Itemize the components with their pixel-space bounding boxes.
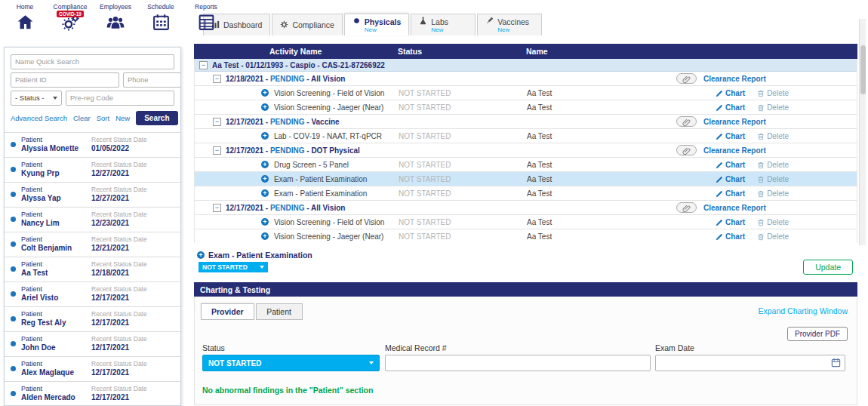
- delete-link[interactable]: Delete: [757, 232, 789, 241]
- status-filter-select[interactable]: - Status -: [11, 91, 62, 106]
- delete-link[interactable]: Delete: [757, 189, 789, 198]
- activity-row[interactable]: +Exam - Patient ExaminationNOT STARTEDAa…: [195, 186, 857, 201]
- activity-group-row[interactable]: −12/17/2021 - PENDING - DOT PhysicalClea…: [195, 143, 857, 158]
- tab-vaccines[interactable]: VaccinesNew: [477, 14, 542, 35]
- prereg-code-input[interactable]: [66, 91, 174, 106]
- nav-item-reports[interactable]: Reports: [187, 3, 225, 32]
- delete-link[interactable]: Delete: [757, 175, 789, 183]
- activity-row[interactable]: +Lab - COV-19 - NAAT, RT-qPCRNOT STARTED…: [195, 129, 857, 143]
- provider-pdf-button[interactable]: Provider PDF: [787, 327, 848, 341]
- patient-group-row[interactable]: −Aa Test - 01/12/1993 - Caspio - CAS-21-…: [195, 59, 857, 72]
- collapse-icon[interactable]: −: [199, 61, 208, 69]
- attachment-button[interactable]: [676, 202, 697, 213]
- activity-group-row[interactable]: −12/18/2021 - PENDING - All VisionCleara…: [195, 72, 857, 86]
- search-button[interactable]: Search: [136, 111, 177, 125]
- nav-item-schedule[interactable]: Schedule: [142, 3, 180, 32]
- patient-list-item[interactable]: PatientAlden MercadoRecent Status Date12…: [5, 381, 180, 406]
- activity-row[interactable]: +Vision Screening - Jaeger (Near)NOT STA…: [195, 229, 857, 243]
- tab-labs[interactable]: LabsNew: [411, 14, 476, 35]
- attachment-button[interactable]: [676, 73, 697, 84]
- tab-compliance[interactable]: Compliance: [272, 14, 342, 35]
- collapse-icon[interactable]: −: [213, 204, 221, 212]
- delete-link[interactable]: Delete: [757, 89, 789, 97]
- chart-link[interactable]: Chart: [716, 132, 745, 140]
- name-quick-search-input[interactable]: [11, 54, 174, 69]
- activity-row[interactable]: +Vision Screening - Field of VisionNOT S…: [195, 86, 857, 100]
- sort-link[interactable]: Sort: [97, 114, 109, 122]
- expand-icon[interactable]: +: [261, 218, 269, 226]
- advanced-search-link[interactable]: Advanced Search: [11, 114, 67, 122]
- patient-list-item[interactable]: PatientAlex MaglaqueRecent Status Date12…: [5, 356, 180, 381]
- charting-tab-provider[interactable]: Provider: [201, 303, 254, 320]
- expand-icon[interactable]: +: [261, 232, 269, 240]
- clearance-report-link[interactable]: Clearance Report: [703, 146, 766, 155]
- delete-link[interactable]: Delete: [757, 103, 789, 112]
- activity-row[interactable]: +Vision Screening - Field of VisionNOT S…: [195, 215, 857, 229]
- nav-item-compliance[interactable]: ComplianceCOVID-19: [51, 3, 89, 32]
- chart-link[interactable]: Chart: [716, 218, 745, 226]
- attachment-button[interactable]: [676, 116, 697, 127]
- patient-list-item[interactable]: PatientNancy LimRecent Status Date12/23/…: [5, 207, 180, 232]
- syringe-icon: [485, 17, 494, 26]
- new-link[interactable]: New: [115, 114, 130, 122]
- row-actions: ChartDelete: [716, 188, 789, 199]
- update-button[interactable]: Update: [803, 260, 853, 275]
- patient-list-item[interactable]: PatientKyung PrpRecent Status Date12/27/…: [5, 157, 180, 182]
- clearance-report-link[interactable]: Clearance Report: [703, 118, 766, 126]
- chart-link[interactable]: Chart: [716, 161, 745, 169]
- expand-icon[interactable]: +: [261, 161, 269, 168]
- collapse-icon[interactable]: −: [213, 75, 221, 83]
- collapse-icon[interactable]: −: [213, 146, 221, 155]
- clear-link[interactable]: Clear: [73, 114, 91, 122]
- patient-list-item[interactable]: PatientAriel VistoRecent Status Date12/1…: [5, 281, 180, 306]
- patient-list-item[interactable]: PatientAlyssia MonetteRecent Status Date…: [5, 132, 180, 157]
- nav-item-employees[interactable]: Employees: [97, 3, 134, 32]
- expand-charting-link[interactable]: Expand Charting Window: [759, 306, 848, 315]
- delete-link[interactable]: Delete: [757, 161, 789, 169]
- activity-row[interactable]: +Drug Screen - 5 PanelNOT STARTEDAa Test…: [195, 158, 857, 172]
- patient-list-item[interactable]: PatientColt BenjaminRecent Status Date12…: [5, 232, 180, 257]
- activity-row[interactable]: +Vision Screening - Jaeger (Near)NOT STA…: [195, 100, 857, 115]
- expand-icon[interactable]: +: [261, 175, 269, 183]
- expand-icon[interactable]: +: [261, 189, 269, 197]
- status-filter-value: - Status -: [15, 94, 45, 102]
- delete-link[interactable]: Delete: [757, 218, 789, 226]
- expand-icon[interactable]: +: [197, 251, 205, 259]
- delete-link[interactable]: Delete: [757, 132, 789, 140]
- patient-list-item[interactable]: PatientAlyssa YapRecent Status Date12/27…: [5, 182, 180, 207]
- activity-group-row[interactable]: −12/17/2021 - PENDING - VaccineClearance…: [195, 115, 857, 129]
- charting-status-value: NOT STARTED: [208, 359, 261, 368]
- activity-group-row[interactable]: −12/17/2021 - PENDING - All VisionCleara…: [195, 201, 857, 215]
- patient-list-item[interactable]: PatientJohn DoeRecent Status Date12/17/2…: [5, 331, 180, 356]
- activity-row[interactable]: +Exam - Patient ExaminationNOT STARTEDAa…: [195, 172, 857, 186]
- chart-link[interactable]: Chart: [716, 189, 745, 198]
- medical-record-input[interactable]: [385, 355, 651, 371]
- tab-physicals[interactable]: PhysicalsNew: [344, 14, 409, 35]
- charting-tab-patient[interactable]: Patient: [256, 303, 303, 320]
- status-date-label: Recent Status Date: [91, 136, 147, 144]
- nav-item-home[interactable]: Home: [6, 3, 44, 32]
- status-date-label: Recent Status Date: [91, 385, 147, 393]
- activity-patient-name: Aa Test: [527, 103, 552, 112]
- expand-icon[interactable]: +: [261, 132, 269, 140]
- chart-link[interactable]: Chart: [716, 175, 745, 183]
- chart-link[interactable]: Chart: [716, 89, 745, 97]
- attachment-button[interactable]: [676, 145, 697, 155]
- expand-icon[interactable]: +: [261, 103, 269, 111]
- scrollbar[interactable]: [859, 19, 866, 245]
- charting-status-select[interactable]: NOT STARTED: [202, 355, 380, 371]
- chart-link[interactable]: Chart: [716, 232, 745, 241]
- patient-list-item[interactable]: PatientReg Test AlyRecent Status Date12/…: [5, 306, 180, 331]
- clearance-report-link[interactable]: Clearance Report: [703, 204, 766, 212]
- patient-list-item[interactable]: PatientAa TestRecent Status Date12/18/20…: [5, 257, 180, 281]
- phone-input[interactable]: [123, 72, 181, 88]
- clearance-report-link[interactable]: Clearance Report: [703, 75, 766, 83]
- chart-link[interactable]: Chart: [716, 103, 745, 112]
- patient-id-input[interactable]: [11, 72, 119, 88]
- exam-date-input[interactable]: [655, 355, 845, 371]
- scrollbar-thumb[interactable]: [860, 45, 866, 94]
- calendar-icon[interactable]: [831, 358, 841, 369]
- collapse-icon[interactable]: −: [213, 118, 221, 126]
- activity-status-dropdown[interactable]: NOT STARTED: [199, 262, 268, 272]
- expand-icon[interactable]: +: [261, 89, 269, 97]
